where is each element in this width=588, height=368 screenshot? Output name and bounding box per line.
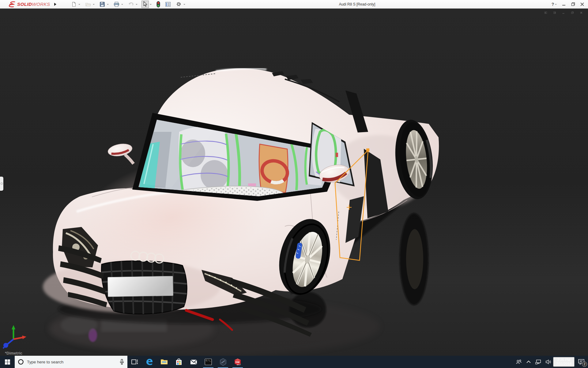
hexagon-app-icon [219, 358, 227, 366]
task-view-icon [131, 358, 138, 366]
solidworks-wordmark: SOLIDWORKS [17, 2, 50, 7]
orientation-triad [2, 323, 28, 349]
action-center-button[interactable]: 2 [575, 356, 588, 368]
window-title: Audi R8 S [Read-only] [308, 2, 406, 6]
front-grille [101, 260, 188, 315]
minimize-button[interactable] [560, 1, 568, 8]
wordmark-solid: SOLID [17, 2, 32, 7]
clock-time: 2:25 PM [556, 358, 572, 362]
command-prompt-icon: C:\_ [204, 358, 212, 366]
doc-minimize-button[interactable] [560, 10, 567, 15]
options-dropdown-caret[interactable] [183, 4, 185, 6]
sw-label: SW [235, 361, 240, 364]
feature-manager-collapsed-tab[interactable] [0, 177, 3, 191]
print-dropdown-caret[interactable] [121, 4, 123, 6]
app-titlebar: SOLIDWORKS [0, 0, 588, 9]
system-tray: 2:25 PM 7/11/2018 2 [514, 356, 588, 368]
save-dropdown-caret[interactable] [107, 4, 109, 6]
taskbar-mail[interactable] [186, 356, 201, 368]
chevron-up-icon [526, 360, 531, 363]
start-button[interactable] [0, 356, 15, 368]
open-dropdown-caret[interactable] [93, 4, 95, 6]
taskbar-edge[interactable] [142, 356, 157, 368]
task-view-button[interactable] [127, 356, 142, 368]
window-controls: ? [551, 0, 586, 8]
solidworks-2017-icon: SW 2017 [233, 358, 242, 366]
menu-flyout-button[interactable] [53, 1, 58, 7]
help-button[interactable]: ? [551, 1, 559, 8]
model-scene[interactable] [0, 8, 588, 356]
doc-window-button-2[interactable] [552, 10, 558, 15]
view-orientation-label: *Dimetric [5, 351, 22, 355]
mail-icon [190, 358, 198, 366]
undo-dropdown-caret[interactable] [136, 4, 138, 6]
flyout-arrow-icon [54, 3, 56, 6]
dassault-logo-icon [8, 1, 16, 7]
print-icon [114, 2, 119, 7]
options-button[interactable] [175, 1, 183, 8]
property-list-icon [165, 2, 171, 7]
doc-restore-icon [571, 11, 574, 15]
open-document-button[interactable] [84, 1, 92, 8]
search-placeholder: Type here to search [27, 360, 116, 364]
new-document-icon [71, 2, 77, 7]
doc-window-button-1[interactable] [543, 10, 549, 15]
taskbar-file-explorer[interactable] [157, 356, 172, 368]
quick-toolbar [70, 0, 186, 8]
undo-button[interactable] [127, 1, 135, 8]
sw-year: 2017 [237, 364, 241, 366]
help-caret [555, 4, 557, 6]
document-window-icon [545, 10, 547, 15]
taskbar-solidworks-2017[interactable]: SW 2017 [230, 356, 245, 368]
taskbar-hexagon-app[interactable] [216, 356, 230, 368]
graphics-viewport: *Dimetric [0, 8, 588, 356]
people-button[interactable] [514, 356, 524, 368]
solidworks-logo: SOLIDWORKS [8, 1, 50, 7]
microphone-icon[interactable] [119, 359, 124, 365]
new-document-button[interactable] [70, 1, 77, 8]
undo-icon [128, 2, 134, 7]
notification-badge: 2 [582, 362, 587, 367]
store-icon [175, 358, 183, 366]
cmd-label: C:\_ [206, 359, 211, 362]
print-button[interactable] [113, 1, 120, 8]
doc-close-button[interactable] [578, 10, 584, 15]
help-icon: ? [552, 2, 554, 7]
edge-icon [145, 358, 153, 366]
minimize-icon [562, 2, 566, 6]
restore-icon [571, 2, 575, 6]
gear-icon [176, 1, 182, 7]
close-icon [580, 2, 584, 6]
taskbar-clock[interactable]: 2:25 PM 7/11/2018 [553, 357, 575, 367]
display-pane-button[interactable] [164, 1, 172, 8]
taskbar-search-box[interactable]: Type here to search [15, 356, 127, 368]
restore-button[interactable] [569, 1, 577, 8]
doc-minimize-icon [562, 11, 565, 15]
network-icon [535, 359, 541, 365]
wordmark-works: WORKS [32, 2, 50, 7]
document-window-controls [543, 10, 584, 15]
show-hidden-icons-button[interactable] [524, 356, 533, 368]
new-dropdown-caret[interactable] [78, 4, 80, 6]
network-button[interactable] [533, 356, 543, 368]
taskbar-command-prompt[interactable]: C:\_ [201, 356, 216, 368]
taskbar-store[interactable] [172, 356, 186, 368]
save-button[interactable] [99, 1, 106, 8]
rebuild-button[interactable] [156, 1, 161, 8]
file-explorer-icon [160, 358, 168, 366]
people-icon [516, 359, 522, 365]
select-arrow-icon [142, 1, 148, 7]
speaker-icon [545, 359, 551, 365]
select-dropdown-caret[interactable] [150, 4, 152, 6]
document-window-icon [553, 10, 556, 15]
windows-logo-icon [5, 359, 10, 365]
cortana-circle-icon [18, 359, 24, 365]
traffic-light-icon [156, 1, 160, 7]
select-tool-button[interactable] [141, 1, 149, 8]
volume-button[interactable] [543, 356, 553, 368]
close-button[interactable] [578, 1, 586, 8]
clock-date: 7/11/2018 [556, 362, 572, 366]
license-plate [107, 276, 173, 297]
doc-restore-button[interactable] [569, 10, 575, 15]
save-floppy-icon [100, 2, 105, 7]
